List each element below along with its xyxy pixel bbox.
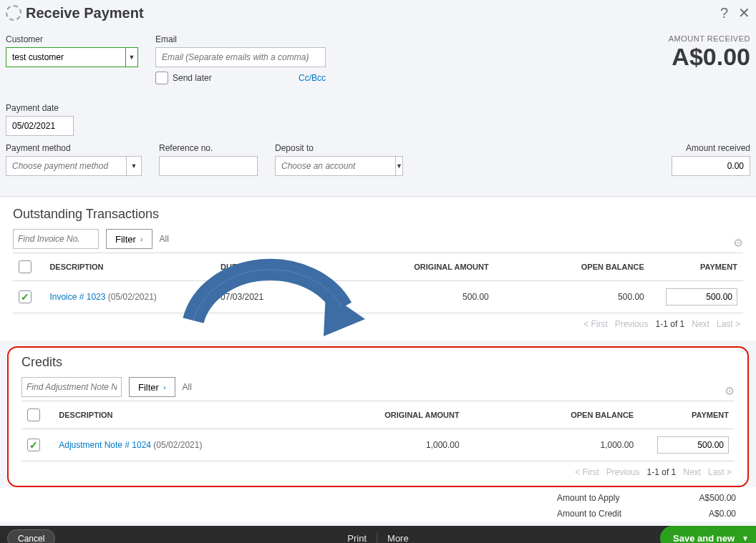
receive-payment-icon	[6, 5, 21, 21]
send-later-label: Send later	[173, 73, 212, 83]
divider	[377, 532, 377, 544]
customer-input[interactable]	[6, 47, 125, 67]
pager-prev[interactable]: Previous	[615, 319, 649, 329]
credit-date: (05/02/2021)	[153, 440, 202, 450]
save-and-new-button[interactable]: Save and new ▼	[660, 526, 756, 543]
invoice-link[interactable]: Invoice # 1023	[49, 292, 105, 302]
save-label: Save and new	[673, 533, 735, 543]
credits-section: Credits Filter › All ⚙ DESCRIPTION ORIGI…	[7, 346, 749, 487]
original-amount-cell: 1,000.00	[291, 429, 465, 461]
row-checkbox[interactable]	[19, 290, 32, 303]
cancel-button[interactable]: Cancel	[7, 529, 55, 543]
amount-received-title: AMOUNT RECEIVED	[669, 34, 750, 43]
gear-icon[interactable]: ⚙	[733, 237, 743, 249]
filter-label: Filter	[138, 382, 159, 393]
payment-method-label: Payment method	[6, 143, 142, 153]
select-all-checkbox[interactable]	[19, 260, 32, 273]
chevron-down-icon[interactable]: ▼	[126, 156, 142, 176]
pager-first[interactable]: < First	[583, 319, 608, 329]
filter-all-label: All	[183, 382, 192, 392]
amount-to-credit-value: A$0.00	[672, 509, 736, 519]
filter-label: Filter	[115, 234, 136, 245]
ccbcc-link[interactable]: Cc/Bcc	[299, 73, 326, 83]
filter-button[interactable]: Filter ›	[129, 377, 175, 397]
col-due-date: DUE DATE	[215, 253, 339, 281]
customer-label: Customer	[6, 34, 138, 44]
chevron-down-icon[interactable]: ▼	[395, 156, 403, 176]
invoice-date: (05/02/2021)	[108, 292, 157, 302]
page-title: Receive Payment	[26, 5, 144, 21]
credits-table: DESCRIPTION ORIGINAL AMOUNT OPEN BALANCE…	[21, 401, 735, 461]
help-icon[interactable]: ?	[720, 5, 728, 21]
original-amount-cell: 500.00	[339, 281, 495, 313]
chevron-right-icon: ›	[163, 383, 166, 391]
checkbox-icon[interactable]	[155, 72, 168, 84]
amount-rcv-label: Amount received	[672, 143, 750, 153]
print-button[interactable]: Print	[347, 533, 367, 543]
payment-method-input[interactable]	[6, 156, 126, 176]
col-payment: PAYMENT	[639, 401, 735, 429]
open-balance-cell: 1,000.00	[465, 429, 639, 461]
open-balance-cell: 500.00	[495, 281, 650, 313]
send-later-checkbox[interactable]: Send later	[155, 72, 212, 84]
outstanding-pager: < First Previous 1-1 of 1 Next Last >	[13, 313, 743, 335]
credit-link[interactable]: Adjustment Note # 1024	[59, 440, 151, 450]
outstanding-title: Outstanding Transactions	[13, 207, 743, 222]
more-button[interactable]: More	[387, 533, 409, 543]
find-invoice-input[interactable]	[13, 229, 99, 249]
amount-received-value: A$0.00	[669, 43, 750, 71]
deposit-to-label: Deposit to	[275, 143, 397, 153]
col-open-balance: OPEN BALANCE	[495, 253, 650, 281]
chevron-right-icon: ›	[140, 235, 143, 243]
deposit-to-input[interactable]	[275, 156, 395, 176]
customer-select[interactable]: ▼	[6, 47, 138, 67]
table-row: Adjustment Note # 1024 (05/02/2021) 1,00…	[21, 429, 735, 461]
col-description: DESCRIPTION	[53, 401, 291, 429]
deposit-to-select[interactable]: ▼	[275, 156, 397, 176]
due-date-cell: 07/03/2021	[215, 281, 339, 313]
payment-date-label: Payment date	[6, 103, 74, 113]
select-all-checkbox[interactable]	[27, 409, 40, 421]
footer-bar: Cancel Print More Save and new ▼	[0, 526, 756, 543]
email-label: Email	[155, 34, 326, 44]
outstanding-transactions-section: Outstanding Transactions Filter › All ⚙ …	[0, 196, 756, 341]
find-credit-input[interactable]	[21, 377, 122, 397]
col-description: DESCRIPTION	[44, 253, 215, 281]
reference-label: Reference no.	[159, 143, 258, 153]
payment-method-select[interactable]: ▼	[6, 156, 142, 176]
chevron-down-icon[interactable]: ▼	[742, 534, 749, 542]
amount-to-credit-label: Amount to Credit	[557, 509, 643, 519]
table-row: Invoice # 1023 (05/02/2021) 07/03/2021 5…	[13, 281, 743, 313]
outstanding-table: DESCRIPTION DUE DATE ORIGINAL AMOUNT OPE…	[13, 253, 743, 313]
pager-first[interactable]: < First	[575, 467, 599, 477]
pager-next[interactable]: Next	[692, 319, 709, 329]
pager-next[interactable]: Next	[683, 467, 701, 477]
pager-last[interactable]: Last >	[708, 467, 732, 477]
col-open-balance: OPEN BALANCE	[465, 401, 639, 429]
pager-range: 1-1 of 1	[656, 319, 685, 329]
filter-all-label: All	[160, 234, 169, 244]
col-payment: PAYMENT	[650, 253, 743, 281]
amount-to-apply-label: Amount to Apply	[557, 493, 643, 503]
gear-icon[interactable]: ⚙	[724, 385, 735, 397]
reference-input[interactable]	[159, 156, 258, 176]
amount-rcv-input[interactable]	[672, 156, 750, 176]
payment-input[interactable]	[666, 288, 737, 305]
col-original-amount: ORIGINAL AMOUNT	[291, 401, 465, 429]
email-input[interactable]	[155, 47, 326, 67]
amount-to-apply-value: A$500.00	[672, 493, 736, 503]
pager-last[interactable]: Last >	[717, 319, 740, 329]
pager-prev[interactable]: Previous	[606, 467, 640, 477]
payment-input[interactable]	[657, 436, 729, 454]
credits-title: Credits	[21, 355, 735, 370]
pager-range: 1-1 of 1	[647, 467, 677, 477]
close-icon[interactable]: ✕	[738, 4, 750, 21]
row-checkbox[interactable]	[27, 439, 40, 451]
filter-button[interactable]: Filter ›	[106, 229, 152, 249]
col-original-amount: ORIGINAL AMOUNT	[339, 253, 495, 281]
credits-pager: < First Previous 1-1 of 1 Next Last >	[21, 461, 735, 483]
chevron-down-icon[interactable]: ▼	[125, 47, 138, 67]
payment-date-input[interactable]	[6, 116, 74, 136]
